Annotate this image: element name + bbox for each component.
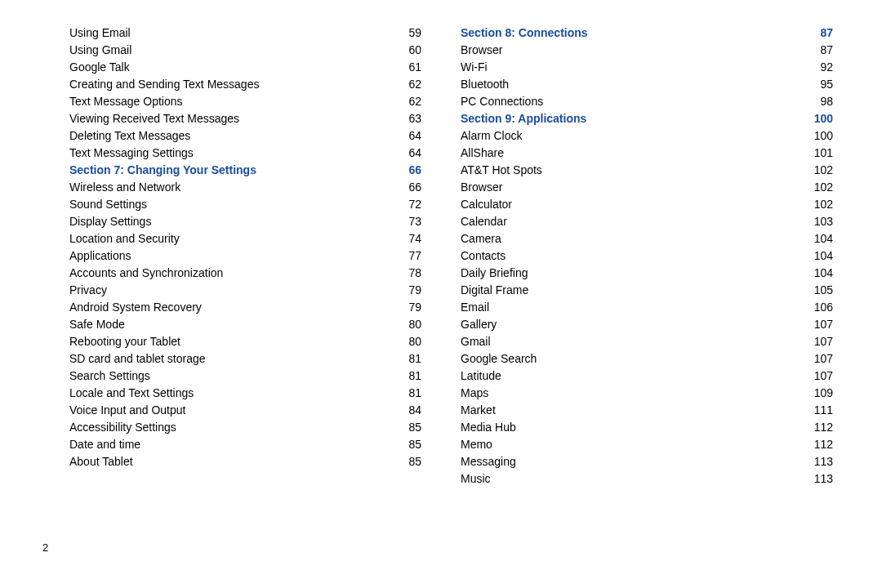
page-ref: 85: [408, 453, 421, 470]
page-ref: 113: [814, 470, 833, 488]
toc-entry[interactable]: Accessibility Settings85: [69, 419, 421, 436]
toc-entry[interactable]: Google Search107: [461, 350, 833, 368]
toc-entry[interactable]: Text Messaging Settings64: [69, 145, 421, 162]
page-ref: 85: [408, 419, 421, 436]
entry-label: Maps: [461, 385, 488, 402]
page-ref: 107: [814, 350, 833, 368]
page-ref: 60: [408, 42, 421, 59]
toc-section-heading[interactable]: Section 9: Applications100: [461, 110, 833, 127]
entry-label: Voice Input and Output: [69, 402, 185, 419]
toc-entry[interactable]: Text Message Options62: [69, 93, 421, 110]
toc-entry[interactable]: Media Hub112: [461, 419, 833, 436]
page-ref: 104: [814, 230, 833, 247]
page-ref: 92: [820, 59, 833, 76]
toc-entry[interactable]: Maps109: [461, 385, 833, 402]
page-ref: 64: [408, 127, 421, 145]
toc-entry[interactable]: Android System Recovery79: [69, 299, 421, 316]
toc-entry[interactable]: Calendar103: [461, 213, 833, 230]
page-ref: 85: [408, 436, 421, 453]
toc-entry[interactable]: Sound Settings72: [69, 196, 421, 213]
toc-entry[interactable]: Gallery107: [461, 316, 833, 333]
page-ref: 79: [408, 282, 421, 299]
page-ref: 72: [408, 196, 421, 213]
toc-entry[interactable]: Gmail107: [461, 333, 833, 350]
toc-entry[interactable]: SD card and tablet storage81: [69, 350, 421, 368]
toc-entry[interactable]: Camera104: [461, 230, 833, 247]
entry-label: Browser: [461, 42, 502, 59]
toc-entry[interactable]: Browser87: [461, 42, 833, 59]
entry-label: Memo: [461, 436, 492, 453]
entry-label: Safe Mode: [69, 316, 125, 333]
entry-label: Viewing Received Text Messages: [69, 110, 239, 127]
toc-entry[interactable]: Contacts104: [461, 247, 833, 265]
entry-label: Deleting Text Messages: [69, 127, 190, 145]
toc-entry[interactable]: Locale and Text Settings81: [69, 385, 421, 402]
toc-entry[interactable]: Location and Security74: [69, 230, 421, 247]
entry-label: Gmail: [461, 333, 491, 350]
page-ref: 80: [408, 333, 421, 350]
toc-entry[interactable]: About Tablet85: [69, 453, 421, 470]
page-ref: 101: [814, 145, 833, 162]
page-ref: 81: [408, 385, 421, 402]
entry-label: Wi-Fi: [461, 59, 488, 76]
page-ref: 107: [814, 333, 833, 350]
toc-entry[interactable]: Rebooting your Tablet80: [69, 333, 421, 350]
toc-entry[interactable]: Wireless and Network66: [69, 179, 421, 196]
toc-column-right: Section 8: Connections87Browser87Wi-Fi92…: [441, 24, 849, 572]
entry-label: Location and Security: [69, 230, 180, 247]
toc-entry[interactable]: Alarm Clock100: [461, 127, 833, 145]
toc-entry[interactable]: Latitude107: [461, 368, 833, 385]
entry-label: Messaging: [461, 453, 516, 470]
entry-label: Digital Frame: [461, 282, 528, 299]
toc-entry[interactable]: Bluetooth95: [461, 76, 833, 93]
page-ref: 100: [814, 110, 833, 127]
toc-entry[interactable]: Using Email59: [69, 24, 421, 42]
entry-label: About Tablet: [69, 453, 133, 470]
toc-section-heading[interactable]: Section 7: Changing Your Settings66: [69, 162, 421, 179]
toc-entry[interactable]: Deleting Text Messages64: [69, 127, 421, 145]
toc-entry[interactable]: Accounts and Synchronization78: [69, 265, 421, 282]
toc-entry[interactable]: Browser102: [461, 179, 833, 196]
toc-entry[interactable]: Privacy79: [69, 282, 421, 299]
page-ref: 103: [814, 213, 833, 230]
toc-entry[interactable]: Music113: [461, 470, 833, 488]
toc-entry[interactable]: Calculator102: [461, 196, 833, 213]
toc-entry[interactable]: Creating and Sending Text Messages62: [69, 76, 421, 93]
toc-entry[interactable]: AllShare101: [461, 145, 833, 162]
toc-entry[interactable]: Email106: [461, 299, 833, 316]
toc-section-heading[interactable]: Section 8: Connections87: [461, 24, 833, 42]
toc-entry[interactable]: Using Gmail60: [69, 42, 421, 59]
toc-entry[interactable]: Daily Briefing104: [461, 265, 833, 282]
page-ref: 59: [408, 24, 421, 42]
toc-entry[interactable]: Digital Frame105: [461, 282, 833, 299]
entry-label: Locale and Text Settings: [69, 385, 194, 402]
toc-entry[interactable]: Safe Mode80: [69, 316, 421, 333]
page-ref: 111: [814, 402, 833, 419]
page-ref: 78: [408, 265, 421, 282]
entry-label: Using Email: [69, 24, 131, 42]
toc-entry[interactable]: Google Talk61: [69, 59, 421, 76]
toc-entry[interactable]: Messaging113: [461, 453, 833, 470]
entry-label: Camera: [461, 230, 501, 247]
entry-label: Market: [461, 402, 496, 419]
page-ref: 87: [820, 42, 833, 59]
toc-entry[interactable]: Search Settings81: [69, 368, 421, 385]
toc-column-left: Using Email59Using Gmail60Google Talk61C…: [33, 24, 441, 572]
toc-entry[interactable]: Voice Input and Output84: [69, 402, 421, 419]
toc-entry[interactable]: Viewing Received Text Messages63: [69, 110, 421, 127]
page-ref: 74: [408, 230, 421, 247]
page-ref: 62: [408, 76, 421, 93]
toc-entry[interactable]: Date and time85: [69, 436, 421, 453]
entry-label: Contacts: [461, 247, 506, 265]
toc-entry[interactable]: Market111: [461, 402, 833, 419]
toc-entry[interactable]: Wi-Fi92: [461, 59, 833, 76]
entry-label: Calculator: [461, 196, 512, 213]
entry-label: Calendar: [461, 213, 507, 230]
entry-label: Creating and Sending Text Messages: [69, 76, 259, 93]
toc-entry[interactable]: Memo112: [461, 436, 833, 453]
entry-label: Privacy: [69, 282, 107, 299]
toc-entry[interactable]: Display Settings73: [69, 213, 421, 230]
toc-entry[interactable]: AT&T Hot Spots102: [461, 162, 833, 179]
toc-entry[interactable]: Applications77: [69, 247, 421, 265]
toc-entry[interactable]: PC Connections98: [461, 93, 833, 110]
